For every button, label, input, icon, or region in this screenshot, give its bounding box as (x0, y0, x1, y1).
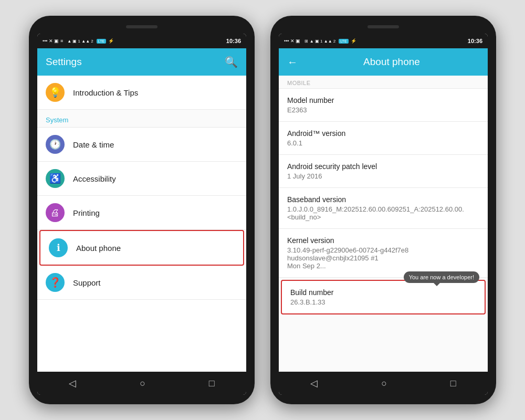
back-button[interactable]: ← (287, 56, 298, 68)
accessibility-label: Accessibility (73, 174, 116, 183)
settings-screen: ••• ✕ ▣ ≡ ▲ ▣ 1 ▲▲ 2 LTE ⚡ 10:36 Setting… (37, 34, 246, 395)
support-label: Support (73, 278, 101, 287)
about-item-android-version[interactable]: Android™ version 6.0.1 (279, 122, 488, 155)
about-item-kernel[interactable]: Kernel version 3.10.49-perf-g22900e6-007… (279, 229, 488, 278)
accessibility-icon: ♿ (46, 169, 65, 188)
search-icon[interactable]: 🔍 (225, 56, 238, 68)
kernel-value: 3.10.49-perf-g22900e6-00724-g442f7e8 hud… (287, 246, 479, 270)
status-right-2: 10:36 (466, 38, 482, 44)
settings-item-printing[interactable]: 🖨 Printing (37, 196, 246, 230)
security-patch-value: 1 July 2016 (287, 172, 479, 180)
build-label: Build number (290, 288, 476, 297)
lte-badge-2: LTE (339, 39, 348, 44)
lte-badge: LTE (97, 39, 106, 44)
about-title: About phone (304, 56, 479, 68)
status-time: 10:36 (226, 38, 241, 44)
phone-speaker-2 (368, 25, 399, 28)
settings-item-accessibility[interactable]: ♿ Accessibility (37, 162, 246, 196)
nav-bar-settings: ◁ ○ □ (37, 372, 246, 395)
settings-item-support[interactable]: ❓ Support (37, 266, 246, 300)
settings-header: Settings 🔍 (37, 48, 246, 76)
about-item-baseband[interactable]: Baseband version 1.0.J.0.0_8916_M:202512… (279, 188, 488, 229)
settings-list: 💡 Introduction & Tips System 🕐 Date & ti… (37, 76, 246, 372)
home-nav-btn[interactable]: ○ (129, 374, 156, 393)
android-version-label: Android™ version (287, 129, 479, 138)
about-item-security-patch[interactable]: Android security patch level 1 July 2016 (279, 155, 488, 188)
printing-icon: 🖨 (46, 203, 65, 222)
status-left: ••• ✕ ▣ ≡ ▲ ▣ 1 ▲▲ 2 LTE ⚡ (43, 38, 114, 44)
model-label: Model number (287, 96, 479, 104)
baseband-value: 1.0.J.0.0_8916_M:202512.60.00.609251_A:2… (287, 205, 479, 221)
settings-item-about[interactable]: ℹ About phone (39, 230, 244, 266)
recent-nav-btn[interactable]: □ (198, 374, 225, 393)
about-list: Mobile Model number E2363 Android™ versi… (279, 76, 488, 372)
home-nav-btn-2[interactable]: ○ (371, 374, 397, 393)
settings-title: Settings (46, 56, 225, 68)
intro-icon: 💡 (46, 83, 65, 102)
baseband-label: Baseband version (287, 195, 479, 204)
status-left-2: ••• ✕ ▣ ⊞ ▲ ▣ 1 ▲▲ 2 LTE ⚡ (284, 38, 356, 44)
mobile-label: Mobile (279, 76, 488, 89)
status-right: 10:36 (224, 38, 241, 44)
support-icon: ❓ (46, 273, 65, 292)
about-item-model[interactable]: Model number E2363 (279, 89, 488, 122)
android-version-value: 6.0.1 (287, 139, 479, 147)
about-phone: ••• ✕ ▣ ⊞ ▲ ▣ 1 ▲▲ 2 LTE ⚡ 10:36 ← About… (270, 16, 496, 404)
settings-item-intro[interactable]: 💡 Introduction & Tips (37, 76, 246, 110)
printing-label: Printing (73, 208, 100, 217)
security-patch-label: Android security patch level (287, 162, 479, 171)
recent-nav-btn-2[interactable]: □ (440, 374, 467, 393)
about-header: ← About phone (279, 48, 488, 76)
status-bar-2: ••• ✕ ▣ ⊞ ▲ ▣ 1 ▲▲ 2 LTE ⚡ 10:36 (279, 34, 488, 48)
date-label: Date & time (73, 140, 114, 149)
back-nav-btn-2[interactable]: ◁ (300, 373, 328, 393)
model-value: E2363 (287, 106, 479, 114)
nav-bar-about: ◁ ○ □ (279, 372, 488, 395)
build-value: 26.3.B.1.33 (290, 298, 476, 306)
back-nav-btn[interactable]: ◁ (58, 373, 87, 393)
about-icon: ℹ (49, 238, 68, 257)
status-time-2: 10:36 (468, 38, 482, 44)
about-item-build[interactable]: You are now a developer! Build number 26… (281, 280, 486, 314)
settings-phone: ••• ✕ ▣ ≡ ▲ ▣ 1 ▲▲ 2 LTE ⚡ 10:36 Setting… (29, 16, 255, 404)
section-system: System (37, 110, 246, 128)
about-label: About phone (76, 244, 121, 253)
intro-label: Introduction & Tips (73, 88, 138, 97)
phone-speaker (126, 25, 158, 28)
settings-item-date[interactable]: 🕐 Date & time (37, 128, 246, 162)
date-icon: 🕐 (46, 135, 65, 154)
developer-toast: You are now a developer! (404, 271, 479, 283)
kernel-label: Kernel version (287, 236, 479, 245)
about-screen: ••• ✕ ▣ ⊞ ▲ ▣ 1 ▲▲ 2 LTE ⚡ 10:36 ← About… (279, 34, 488, 395)
status-bar: ••• ✕ ▣ ≡ ▲ ▣ 1 ▲▲ 2 LTE ⚡ 10:36 (37, 34, 246, 48)
